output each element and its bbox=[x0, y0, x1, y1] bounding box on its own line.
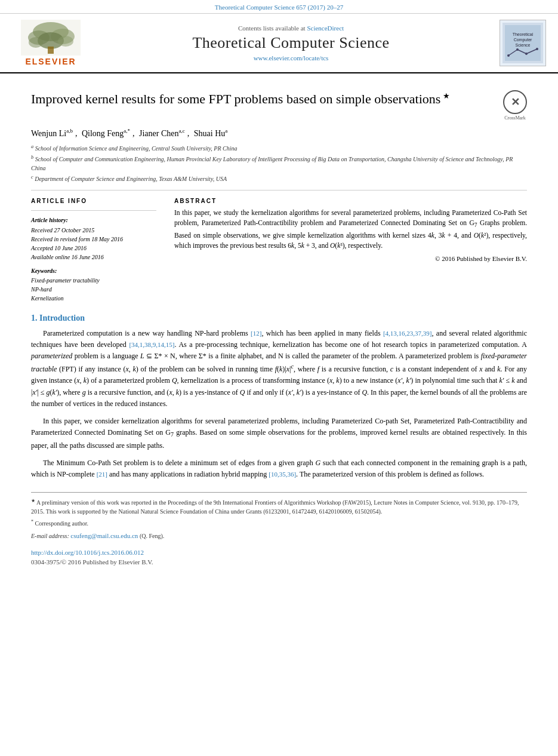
header-divider bbox=[31, 190, 527, 190]
tcs-logo-box: Theoretical Computer Science bbox=[500, 20, 546, 66]
affiliations: a School of Information Science and Engi… bbox=[31, 143, 527, 184]
author-3: Jianer Chena,c bbox=[139, 129, 185, 138]
history-label: Article history: bbox=[31, 217, 156, 223]
journal-header: ELSEVIER Contents lists available at Sci… bbox=[0, 14, 558, 73]
svg-rect-5 bbox=[48, 47, 54, 54]
svg-point-16 bbox=[507, 54, 510, 57]
doi-link[interactable]: http://dx.doi.org/10.1016/j.tcs.2016.06.… bbox=[31, 549, 144, 556]
affil-a: a School of Information Science and Engi… bbox=[31, 143, 527, 153]
footer-links: http://dx.doi.org/10.1016/j.tcs.2016.06.… bbox=[31, 548, 527, 566]
history-received: Received 27 October 2015 bbox=[31, 226, 156, 235]
citation-bar: Theoretical Computer Science 657 (2017) … bbox=[0, 0, 558, 14]
body-para-2: In this paper, we consider kernelization… bbox=[31, 416, 527, 451]
crossmark-icon: ✕ bbox=[503, 90, 527, 114]
abstract-col: ABSTRACT In this paper, we study the ker… bbox=[174, 198, 527, 303]
history-revised: Received in revised form 18 May 2016 bbox=[31, 235, 156, 244]
history-accepted: Accepted 10 June 2016 bbox=[31, 244, 156, 253]
affil-b: b School of Computer and Communication E… bbox=[31, 154, 527, 173]
svg-point-17 bbox=[516, 48, 519, 51]
abstract-copyright: © 2016 Published by Elsevier B.V. bbox=[174, 255, 527, 262]
crossmark-label: CrossMark bbox=[504, 115, 526, 121]
contents-line: Contents lists available at ScienceDirec… bbox=[90, 24, 492, 32]
svg-point-7 bbox=[58, 36, 73, 47]
issn-text: 0304-3975/© 2016 Published by Elsevier B… bbox=[31, 558, 527, 566]
elsevier-wordmark: ELSEVIER bbox=[25, 57, 76, 66]
keyword-1: Fixed-parameter tractability bbox=[31, 276, 156, 285]
history-online: Available online 16 June 2016 bbox=[31, 253, 156, 262]
affil-c: c Department of Computer Science and Eng… bbox=[31, 174, 527, 183]
main-body: 1. Introduction Parameterized computatio… bbox=[31, 314, 527, 480]
article-info-heading: ARTICLE INFO bbox=[31, 198, 156, 204]
elsevier-tree-icon bbox=[21, 20, 81, 56]
citation-text: Theoretical Computer Science 657 (2017) … bbox=[215, 4, 343, 11]
keyword-3: Kernelization bbox=[31, 294, 156, 303]
svg-text:Computer: Computer bbox=[514, 38, 532, 42]
body-para-3: The Minimum Co-Path Set problem is to de… bbox=[31, 457, 527, 480]
footnote-star: ★ A preliminary version of this work was… bbox=[31, 497, 527, 516]
author-1: Wenjun Lia,b bbox=[31, 129, 73, 138]
paper-title-section: Improved kernel results for some FPT pro… bbox=[31, 90, 527, 121]
journal-url: www.elsevier.com/locate/tcs bbox=[90, 54, 492, 62]
article-info-col: ARTICLE INFO Article history: Received 2… bbox=[31, 198, 156, 303]
svg-text:Theoretical: Theoretical bbox=[513, 32, 534, 36]
footnote-area: ★ A preliminary version of this work was… bbox=[31, 492, 527, 540]
article-meta-row: ARTICLE INFO Article history: Received 2… bbox=[31, 198, 527, 303]
author-4: Shuai Hua bbox=[194, 129, 228, 138]
journal-title: Theoretical Computer Science bbox=[90, 34, 492, 52]
journal-logo-right: Theoretical Computer Science bbox=[492, 20, 546, 66]
section-1-heading: 1. Introduction bbox=[31, 314, 527, 323]
author-2: Qilong Fenga,* bbox=[82, 129, 130, 138]
svg-text:Science: Science bbox=[516, 43, 531, 47]
authors-line: Wenjun Lia,b, Qilong Fenga,*, Jianer Che… bbox=[31, 128, 527, 139]
svg-point-6 bbox=[29, 37, 43, 48]
elsevier-logo: ELSEVIER bbox=[12, 20, 90, 66]
abstract-heading: ABSTRACT bbox=[174, 198, 527, 204]
keyword-2: NP-hard bbox=[31, 285, 156, 294]
crossmark-badge: ✕ CrossMark bbox=[503, 90, 527, 121]
paper-title: Improved kernel results for some FPT pro… bbox=[31, 90, 494, 109]
footnote-email: E-mail address: csufeng@mail.csu.edu.cn … bbox=[31, 531, 527, 541]
info-divider bbox=[31, 210, 156, 211]
abstract-text: In this paper, we study the kernelizatio… bbox=[174, 208, 527, 252]
svg-point-18 bbox=[525, 53, 528, 55]
footnote-corresponding: * Corresponding author. bbox=[31, 518, 527, 528]
paper-content: Improved kernel results for some FPT pro… bbox=[0, 73, 558, 580]
tcs-cover-icon: Theoretical Computer Science bbox=[502, 23, 543, 63]
journal-center: Contents lists available at ScienceDirec… bbox=[90, 24, 492, 62]
svg-point-19 bbox=[536, 48, 538, 50]
keywords-label: Keywords: bbox=[31, 268, 156, 274]
body-para-1: Parameterized computation is a new way h… bbox=[31, 328, 527, 410]
science-direct-link[interactable]: ScienceDirect bbox=[307, 24, 344, 32]
